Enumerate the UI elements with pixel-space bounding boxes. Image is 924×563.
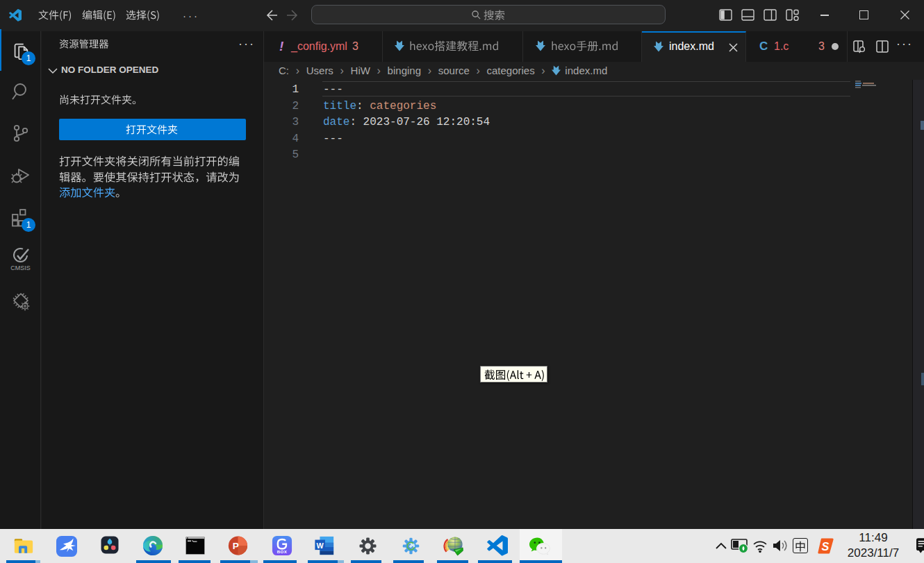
- svg-text:W: W: [317, 541, 324, 550]
- svg-text:S: S: [822, 540, 830, 553]
- svg-text:BOX: BOX: [277, 549, 288, 554]
- svg-text:P: P: [233, 541, 239, 551]
